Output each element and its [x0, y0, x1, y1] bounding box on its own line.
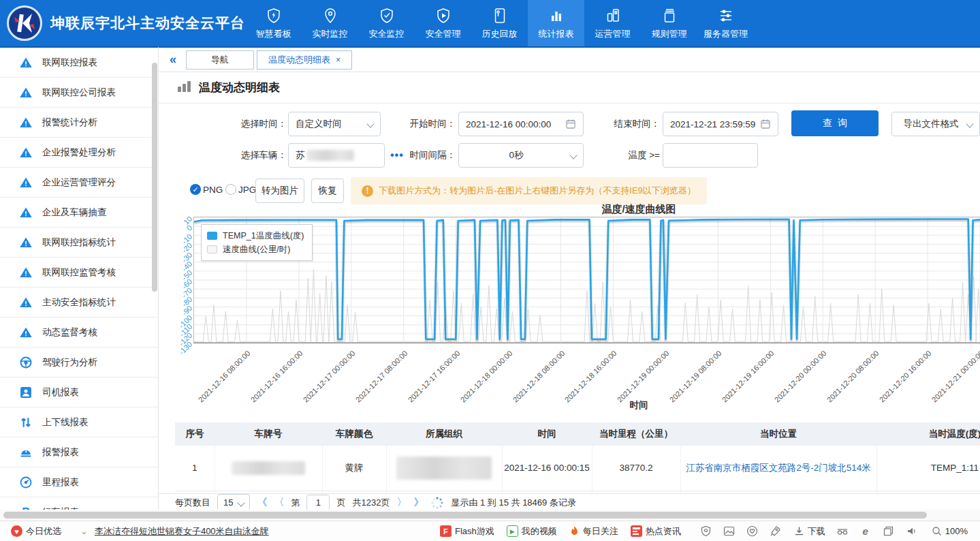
per-page-select[interactable]: 15 — [217, 494, 250, 510]
bar-chart-icon — [548, 7, 565, 25]
interval-dropdown[interactable]: 0秒 — [458, 143, 584, 168]
chevron-down-icon — [569, 151, 577, 159]
sidebar-item-1[interactable]: 联网联控公司报表 — [0, 78, 158, 108]
warning-triangle-icon — [19, 326, 33, 339]
my-videos-button[interactable]: ▶ 我的视频 — [507, 525, 557, 538]
per-page-label: 每页数目 — [175, 497, 210, 509]
chart-legend[interactable]: TEMP_1温度曲线(度) 速度曲线(公里/时) — [201, 224, 313, 261]
chevron-collapse-icon[interactable]: ⌄ — [80, 526, 88, 536]
page-prefix: 第 — [291, 497, 300, 509]
vehicle-input[interactable]: 苏 — [288, 143, 385, 168]
operation-icon — [604, 7, 622, 25]
news-headline-link[interactable]: 李冰洁夺得短池世锦赛女子400米自由泳金牌 — [95, 525, 269, 538]
sidebar-item-2[interactable]: 报警统计分析 — [0, 108, 158, 138]
sidebar-item-0[interactable]: 联网联控报表 — [0, 48, 158, 78]
restore-button[interactable]: 恢复 — [311, 179, 344, 203]
shield-check-icon — [378, 7, 396, 25]
window-restore-icon[interactable] — [881, 526, 896, 536]
x-tick-label: 2021-12-17 08:00:00 — [353, 349, 409, 404]
browser-toolbar: ♥ 今日优选 ⌄ 李冰洁夺得短池世锦赛女子400米自由泳金牌 F Flash游戏… — [0, 521, 980, 541]
convert-image-button[interactable]: 转为图片 — [255, 179, 304, 203]
daily-picks-button[interactable]: ♥ 今日优选 — [11, 525, 61, 538]
health-heart-icon[interactable] — [745, 525, 760, 537]
png-radio[interactable]: ✓ PNG — [190, 184, 223, 195]
nav-item-history-replay[interactable]: 历史回放 — [471, 0, 528, 46]
sidebar-collapse-button[interactable]: « — [159, 52, 186, 67]
nav-item-safety-monitor[interactable]: 安全监控 — [358, 0, 415, 46]
sidebar-item-label: 联网联控监管考核 — [42, 266, 116, 279]
download-icon — [794, 526, 804, 536]
nav-item-operation-manage[interactable]: 运营管理 — [584, 0, 641, 46]
flame-icon — [569, 525, 580, 537]
sidebar-item-8[interactable]: 主动安全指标统计 — [0, 288, 158, 318]
x-tick-label: 2021-12-16 16:00:00 — [249, 349, 304, 404]
export-format-dropdown[interactable]: 导出文件格式 — [891, 112, 980, 136]
sidebar-item-5[interactable]: 企业及车辆抽查 — [0, 198, 158, 228]
ie-browser-icon[interactable]: e — [858, 525, 873, 537]
nav-item-safety-manage[interactable]: 安全管理 — [415, 0, 471, 46]
sidebar-item-10[interactable]: 驾驶行为分析 — [0, 347, 158, 377]
select-time-dropdown[interactable]: 自定义时间 — [288, 112, 381, 136]
zoom-control[interactable]: 100% — [932, 526, 968, 536]
next-page-button[interactable]: 〉 — [396, 496, 407, 509]
security-shield-icon[interactable] — [699, 525, 714, 537]
chart-plot-area[interactable]: TEMP_1温度曲线(度) 速度曲线(公里/时) — [193, 217, 980, 343]
news-grid-icon — [631, 525, 642, 537]
nav-item-server-manage[interactable]: 服务器管理 — [697, 0, 754, 46]
magnifier-icon — [932, 526, 942, 536]
horizontal-scrollbar[interactable] — [0, 510, 980, 521]
scrollbar-thumb[interactable] — [3, 512, 927, 519]
sidebar-item-15[interactable]: P行车报表 — [0, 497, 158, 510]
sidebar-scrollbar[interactable] — [152, 63, 157, 292]
nav-item-statistics-reports[interactable]: 统计报表 — [528, 0, 584, 46]
brand: 坤联辰宇北斗主动安全云平台 — [0, 5, 245, 41]
sidebar-item-label: 司机报表 — [42, 386, 79, 399]
sidebar-item-12[interactable]: 上下线报表 — [0, 407, 158, 437]
download-notice: ! 下载图片方式为：转为图片后-在图片上右键图片另存为（不支持IE9以下浏览器） — [351, 177, 707, 204]
location-pin-icon — [321, 7, 339, 25]
sidebar-item-7[interactable]: 联网联控监管考核 — [0, 258, 158, 288]
nav-item-dashboard[interactable]: 智慧看板 — [245, 0, 302, 46]
last-page-button[interactable]: 》 — [413, 496, 424, 509]
x-tick-label: 2021-12-20 08:00:00 — [825, 349, 881, 404]
sidebar-item-4[interactable]: 企业运营管理评分 — [0, 168, 158, 198]
tab-close-icon[interactable]: × — [336, 55, 341, 65]
page-number-input[interactable] — [306, 495, 330, 510]
download-button[interactable]: 下载 — [794, 525, 825, 538]
legend-item-temp[interactable]: TEMP_1温度曲线(度) — [207, 229, 304, 243]
start-time-input[interactable]: 2021-12-16 00:00:00 — [458, 112, 584, 136]
first-page-button[interactable]: 《 — [257, 496, 267, 509]
sidebar-item-11[interactable]: 司机报表 — [0, 377, 158, 407]
company-logo-icon — [7, 5, 42, 41]
sidebar-item-6[interactable]: 联网联控指标统计 — [0, 228, 158, 258]
speaker-icon[interactable] — [904, 526, 919, 536]
daily-follow-button[interactable]: 每日关注 — [569, 525, 618, 538]
sidebar-item-9[interactable]: 动态监督考核 — [0, 318, 158, 347]
redacted-plate — [232, 461, 305, 475]
jpg-radio[interactable]: JPG — [225, 184, 256, 195]
screenshot-icon[interactable] — [722, 525, 737, 537]
booster-rocket-icon[interactable] — [768, 525, 783, 537]
end-time-label: 结束时间： — [603, 112, 660, 136]
game-glasses-icon[interactable] — [835, 527, 850, 536]
warning-triangle-icon — [19, 206, 33, 219]
end-time-input[interactable]: 2021-12-21 23:59:59 — [663, 112, 778, 136]
tab-nav[interactable]: 导航 — [186, 50, 254, 69]
query-button[interactable]: 查询 — [791, 110, 879, 136]
x-axis-name: 时间 — [540, 399, 738, 412]
prev-page-button[interactable]: 〈 — [274, 496, 284, 509]
hot-news-button[interactable]: 热点资讯 — [631, 525, 681, 538]
heart-icon: ♥ — [11, 525, 22, 537]
legend-item-speed[interactable]: 速度曲线(公里/时) — [207, 243, 304, 256]
radio-unchecked-icon — [225, 184, 236, 195]
sidebar-item-14[interactable]: 里程报表 — [0, 467, 158, 497]
flash-games-button[interactable]: F Flash游戏 — [440, 525, 494, 538]
tab-temperature-detail[interactable]: 温度动态明细表 × — [257, 50, 352, 69]
location-link[interactable]: 江苏省南京市栖霞区文苑路2号-2门坡北514米 — [680, 446, 876, 491]
nav-item-rules-manage[interactable]: 规则管理 — [641, 0, 697, 46]
nav-item-realtime-monitor[interactable]: 实时监控 — [302, 0, 358, 46]
temp-threshold-input[interactable] — [663, 143, 758, 168]
sidebar-item-3[interactable]: 企业报警处理分析 — [0, 138, 158, 168]
radio-checked-icon: ✓ — [190, 184, 201, 195]
sidebar-item-13[interactable]: 报警报表 — [0, 437, 158, 467]
